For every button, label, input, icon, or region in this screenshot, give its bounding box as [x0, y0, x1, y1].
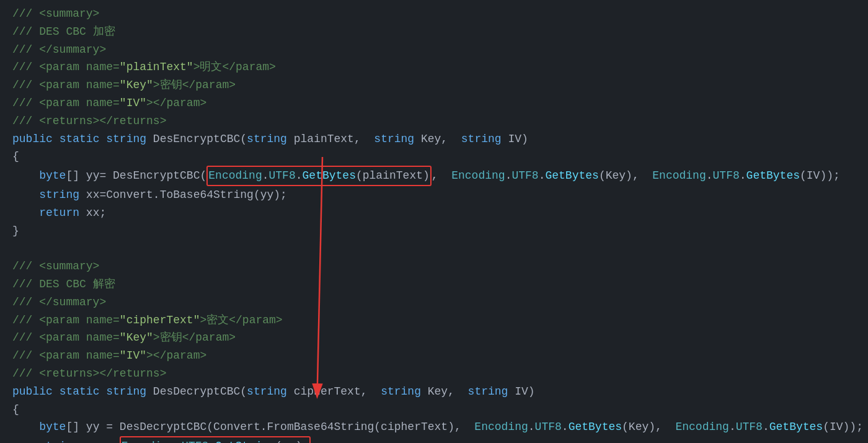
code-text: (yy);: [275, 440, 309, 443]
code-text: "plainText": [120, 58, 193, 76]
code-text: [12, 239, 19, 257]
code-text: Key,: [421, 383, 468, 401]
code-text: "Key": [120, 76, 153, 94]
code-text: /// <summary>: [12, 257, 99, 275]
code-text: GetBytes: [569, 418, 622, 436]
code-text: GetBytes: [545, 167, 598, 185]
code-text: [53, 130, 60, 148]
code-text: /// </summary>: [12, 293, 106, 311]
code-text: return: [39, 204, 79, 222]
code-text: ></param>: [146, 347, 206, 365]
code-line: /// DES CBC 解密: [0, 275, 868, 293]
code-text: [53, 383, 60, 401]
code-text: string: [381, 383, 421, 401]
code-text: IV): [508, 383, 534, 401]
code-text: static: [60, 383, 100, 401]
code-text: [12, 437, 39, 443]
code-text: Encoding: [675, 418, 728, 436]
code-text: .: [175, 440, 182, 443]
code-text: public: [12, 383, 53, 401]
code-text: string: [106, 130, 146, 148]
code-line: public static string DesEncryptCBC( stri…: [0, 130, 868, 148]
code-text: [99, 130, 106, 148]
code-text: UTF8: [182, 440, 208, 443]
code-line: /// DES CBC 加密: [0, 23, 868, 41]
code-editor: /// <summary> /// DES CBC 加密 /// </summa…: [0, 0, 868, 443]
code-line: {: [0, 148, 868, 166]
code-text: /// <param name=: [12, 329, 120, 347]
code-line: return xx;: [0, 204, 868, 222]
code-text: Encoding: [474, 418, 528, 436]
code-line: byte [] yy = DesDecryptCBC(Convert.FromB…: [0, 418, 868, 436]
code-text: string: [247, 130, 287, 148]
code-text: [] yy= DesEncryptCBC(: [66, 167, 206, 185]
code-text: (Key),: [622, 418, 675, 436]
highlight-encode-plain: Encoding.UTF8.GetBytes(plainText): [206, 166, 432, 186]
code-text: /// </summary>: [12, 41, 106, 59]
code-text: >密钥</param>: [153, 76, 236, 94]
code-text: (Key),: [599, 167, 652, 185]
code-text: string: [39, 186, 79, 204]
code-line: /// <param name="cipherText">密文</param>: [0, 311, 868, 329]
code-text: plainText,: [287, 130, 374, 148]
code-text: .: [539, 167, 546, 185]
code-text: /// <summary>: [12, 5, 99, 23]
code-text: Encoding: [652, 167, 706, 185]
code-text: .: [208, 440, 215, 443]
code-text: UTF8: [512, 167, 538, 185]
code-text: xx;: [79, 204, 106, 222]
code-text: /// <returns></returns>: [12, 365, 166, 383]
code-text: xx =: [79, 437, 120, 443]
code-text: [99, 383, 106, 401]
code-line: /// </summary>: [0, 293, 868, 311]
code-text: .: [562, 418, 569, 436]
code-line: byte [] yy= DesEncryptCBC(Encoding.UTF8.…: [0, 166, 868, 186]
code-text: /// <param name=: [12, 58, 120, 76]
code-text: /// <param name=: [12, 76, 120, 94]
highlight-encode-getstring: Encoding.UTF8.GetString(yy);: [120, 436, 311, 443]
code-text: Encoding: [451, 167, 505, 185]
code-text: string: [468, 383, 508, 401]
code-text: /// <param name=: [12, 311, 120, 329]
code-text: [12, 418, 39, 436]
code-text: string: [106, 383, 146, 401]
code-text: UTF8: [713, 167, 740, 185]
code-text: UTF8: [535, 418, 562, 436]
code-text: .: [729, 418, 736, 436]
code-text: GetBytes: [746, 167, 800, 185]
code-text: Key,: [414, 130, 461, 148]
code-text: /// <returns></returns>: [12, 112, 166, 130]
code-text: .: [262, 169, 269, 182]
code-text: /// <param name=: [12, 94, 120, 112]
code-text: string: [247, 383, 287, 401]
code-line: /// <summary>: [0, 5, 868, 23]
code-text: >密钥</param>: [153, 329, 236, 347]
code-line: /// <param name="plainText">明文</param>: [0, 58, 868, 76]
code-line: /// <param name="Key">密钥</param>: [0, 76, 868, 94]
code-text: "cipherText": [120, 311, 200, 329]
code-text: string: [461, 130, 502, 148]
code-text: GetString: [215, 440, 275, 443]
code-text: ></param>: [146, 94, 206, 112]
code-text: (plainText): [356, 169, 430, 182]
code-text: GetBytes: [769, 418, 823, 436]
code-text: "IV": [120, 347, 146, 365]
code-line: [0, 239, 868, 257]
code-text: {: [12, 401, 19, 419]
code-line: public static string DesDecryptCBC( stri…: [0, 383, 868, 401]
code-text: ,: [432, 167, 451, 185]
code-line: /// <returns></returns>: [0, 365, 868, 383]
code-line: string xx = Encoding.UTF8.GetString(yy);: [0, 436, 868, 443]
code-line: /// <returns></returns>: [0, 112, 868, 130]
code-text: {: [12, 148, 19, 166]
code-text: /// DES CBC 加密: [12, 23, 115, 41]
code-line: string xx=Convert.ToBase64String(yy);: [0, 186, 868, 204]
code-text: .: [706, 167, 713, 185]
code-text: [12, 186, 39, 204]
code-line: }: [0, 222, 868, 240]
code-text: >密文</param>: [200, 311, 282, 329]
code-text: xx=Convert.ToBase64String(yy);: [79, 186, 287, 204]
code-text: .: [763, 418, 769, 436]
code-text: public: [12, 130, 53, 148]
code-line: /// <param name="IV"></param>: [0, 94, 868, 112]
